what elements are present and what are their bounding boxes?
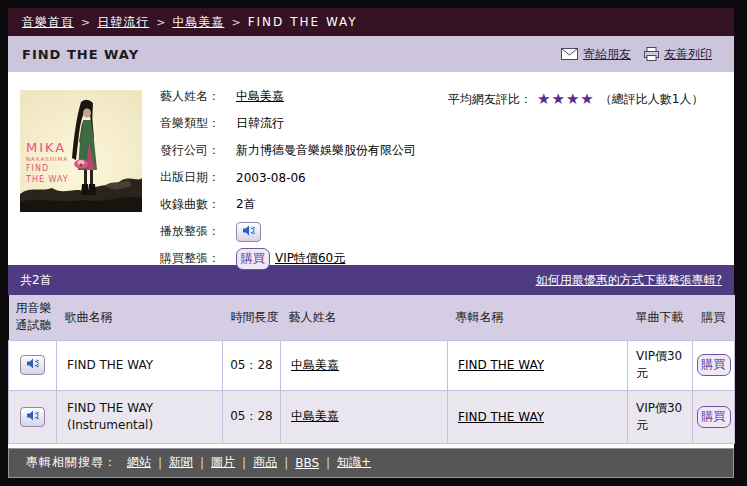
- song-duration: 05：28: [223, 390, 281, 443]
- speaker-icon: [26, 357, 39, 373]
- breadcrumb-link-artist[interactable]: 中島美嘉: [172, 14, 224, 31]
- table-row: FIND THE WAY 05：28 中島美嘉 FIND THE WAY VIP…: [9, 340, 735, 390]
- title-actions: 寄給朋友 友善列印: [561, 46, 720, 63]
- related-search-images-link[interactable]: 圖片: [211, 454, 235, 471]
- title-bar: FIND THE WAY 寄給朋友 友善列印: [8, 36, 734, 72]
- header-album-name: 專輯名稱: [448, 295, 628, 340]
- buy-album-label: 購買整張：: [160, 250, 232, 267]
- breadcrumb: 音樂首頁 > 日韓流行 > 中島美嘉 > FIND THE WAY: [8, 8, 734, 36]
- header-song-name: 歌曲名稱: [57, 295, 223, 340]
- track-table: 用音樂通試聽 歌曲名稱 時間長度 藝人姓名 專輯名稱 單曲下載 購買: [8, 295, 735, 444]
- related-search-bar: 專輯相關搜尋： 網站 | 新聞 | 圖片 | 商品 | BBS | 知識+: [8, 448, 734, 478]
- cover-flower-logo: [74, 160, 88, 169]
- speaker-icon: [26, 409, 39, 425]
- album-details: 藝人姓名： 中島美嘉 音樂類型： 日韓流行 發行公司： 新力博德曼音樂娛樂股份有…: [160, 83, 416, 272]
- release-date-label: 出版日期：: [160, 169, 232, 186]
- track-count-label: 收錄曲數：: [160, 196, 232, 213]
- genre-value: 日韓流行: [236, 115, 284, 132]
- breadcrumb-separator: >: [231, 16, 240, 29]
- track-count-value: 2首: [236, 196, 256, 213]
- genre-label: 音樂類型：: [160, 115, 232, 132]
- album-info-section: MIKA NAKASHIMA FIND THE WAY 藝人姓名：: [8, 72, 734, 265]
- song-album-link[interactable]: FIND THE WAY: [458, 358, 544, 372]
- publisher-label: 發行公司：: [160, 142, 232, 159]
- buy-album-price-link[interactable]: VIP特價60元: [275, 250, 345, 267]
- related-search-web-link[interactable]: 網站: [127, 454, 151, 471]
- preview-play-button[interactable]: [20, 407, 45, 427]
- artist-link[interactable]: 中島美嘉: [236, 88, 284, 105]
- rating-stars: ★★★★: [537, 90, 595, 108]
- speaker-icon: [242, 224, 255, 240]
- related-search-news-link[interactable]: 新聞: [169, 454, 193, 471]
- rating-count: （總評比人數1人）: [600, 91, 704, 108]
- song-title: FIND THE WAY: [67, 400, 222, 417]
- detail-row-publisher: 發行公司： 新力博德曼音樂娛樂股份有限公司: [160, 137, 416, 164]
- header-preview: 用音樂通試聽: [9, 295, 57, 340]
- release-date-value: 2003-08-06: [236, 171, 306, 185]
- footer-separator: |: [326, 456, 330, 470]
- footer-separator: |: [158, 456, 162, 470]
- detail-row-track-count: 收錄曲數： 2首: [160, 191, 416, 218]
- music-album-page: 音樂首頁 > 日韓流行 > 中島美嘉 > FIND THE WAY FIND T…: [0, 0, 747, 486]
- printer-friendly-link[interactable]: 友善列印: [664, 46, 712, 63]
- song-album-link[interactable]: FIND THE WAY: [458, 410, 544, 424]
- detail-row-genre: 音樂類型： 日韓流行: [160, 110, 416, 137]
- envelope-icon: [561, 48, 578, 60]
- play-album-label: 播放整張：: [160, 223, 232, 240]
- detail-row-buy-album: 購買整張： 購買 VIP特價60元: [160, 245, 416, 272]
- page-content: 音樂首頁 > 日韓流行 > 中島美嘉 > FIND THE WAY FIND T…: [8, 8, 734, 478]
- song-buy-button[interactable]: 購買: [697, 406, 731, 428]
- download-help-link[interactable]: 如何用最優惠的方式下載整張專輯?: [536, 272, 722, 289]
- detail-row-artist: 藝人姓名： 中島美嘉: [160, 83, 416, 110]
- svg-text:FIND: FIND: [26, 164, 49, 173]
- play-album-button[interactable]: [236, 222, 261, 242]
- page-title: FIND THE WAY: [22, 47, 139, 62]
- related-search-bbs-link[interactable]: BBS: [295, 456, 319, 470]
- header-duration: 時間長度: [223, 295, 281, 340]
- song-price: VIP價30元: [628, 340, 693, 390]
- table-header-row: 用音樂通試聽 歌曲名稱 時間長度 藝人姓名 專輯名稱 單曲下載 購買: [9, 295, 735, 340]
- song-duration: 05：28: [223, 340, 281, 390]
- breadcrumb-separator: >: [156, 16, 165, 29]
- preview-play-button[interactable]: [20, 355, 45, 375]
- related-search-products-link[interactable]: 商品: [253, 454, 277, 471]
- publisher-value: 新力博德曼音樂娛樂股份有限公司: [236, 142, 416, 159]
- rating-label: 平均網友評比：: [448, 91, 532, 108]
- footer-separator: |: [242, 456, 246, 470]
- header-buy: 購買: [693, 295, 735, 340]
- footer-separator: |: [200, 456, 204, 470]
- detail-row-release-date: 出版日期： 2003-08-06: [160, 164, 416, 191]
- svg-text:THE WAY: THE WAY: [25, 175, 69, 184]
- related-search-label: 專輯相關搜尋：: [26, 454, 117, 471]
- footer-separator: |: [284, 456, 288, 470]
- track-total-label: 共2首: [20, 272, 52, 289]
- song-buy-button[interactable]: 購買: [697, 354, 731, 376]
- song-artist-link[interactable]: 中島美嘉: [291, 358, 339, 372]
- album-cover-image: MIKA NAKASHIMA FIND THE WAY: [20, 90, 142, 212]
- table-row: FIND THE WAY (Instrumental) 05：28 中島美嘉 F…: [9, 390, 735, 443]
- song-title: FIND THE WAY: [57, 340, 223, 390]
- rating-block: 平均網友評比： ★★★★ （總評比人數1人）: [448, 90, 703, 108]
- breadcrumb-separator: >: [81, 16, 90, 29]
- printer-icon: [644, 47, 659, 61]
- svg-text:NAKASHIMA: NAKASHIMA: [26, 156, 68, 162]
- header-artist-name: 藝人姓名: [281, 295, 448, 340]
- song-title-line2: (Instrumental): [67, 417, 222, 434]
- song-price: VIP價30元: [628, 390, 693, 443]
- breadcrumb-link-music-home[interactable]: 音樂首頁: [22, 14, 74, 31]
- breadcrumb-current: FIND THE WAY: [248, 15, 358, 29]
- detail-row-play-album: 播放整張：: [160, 218, 416, 245]
- header-single-download: 單曲下載: [628, 295, 693, 340]
- song-artist-link[interactable]: 中島美嘉: [291, 409, 339, 423]
- buy-album-button[interactable]: 購買: [236, 248, 270, 270]
- breadcrumb-link-jk-pop[interactable]: 日韓流行: [97, 14, 149, 31]
- related-search-knowledge-link[interactable]: 知識+: [337, 454, 371, 471]
- artist-label: 藝人姓名：: [160, 88, 232, 105]
- svg-text:MIKA: MIKA: [26, 140, 66, 155]
- send-to-friend-link[interactable]: 寄給朋友: [583, 46, 631, 63]
